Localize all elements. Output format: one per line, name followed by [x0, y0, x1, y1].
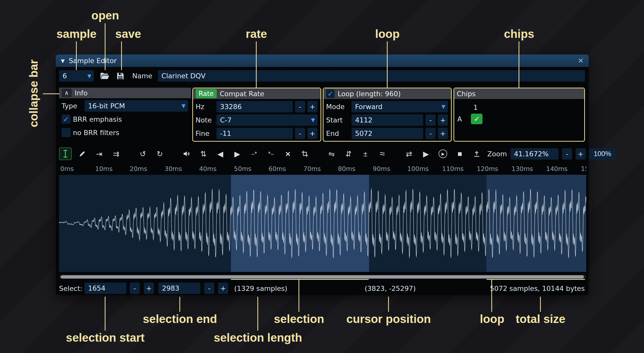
- normalize-icon: ⇅: [200, 149, 206, 158]
- loop-end-increase-button[interactable]: +: [438, 128, 448, 139]
- resample-icon: ⇉: [113, 149, 119, 158]
- loop-start-input[interactable]: 4112: [352, 114, 423, 126]
- stop-button[interactable]: ■: [453, 147, 466, 160]
- loop-enable-checkbox[interactable]: ✓: [326, 89, 335, 98]
- properties-section: ∧ Info Type 16-bit PCM ▼ ✓ BRR emphasis: [59, 88, 585, 142]
- fine-value: -11: [220, 130, 231, 137]
- undo-button[interactable]: ↺: [137, 147, 149, 160]
- waveform-scrollbar[interactable]: [59, 275, 586, 279]
- insert-silence-button[interactable]: –*: [248, 147, 260, 160]
- delete-x-icon: ×: [285, 149, 290, 159]
- fine-increase-button[interactable]: +: [307, 128, 317, 139]
- loop-end-label: End: [326, 130, 349, 137]
- annotation-line: [256, 41, 257, 88]
- loop-start-decrease-button[interactable]: -: [425, 114, 436, 126]
- sample-number: 6: [63, 72, 67, 80]
- mode-label: Mode: [326, 103, 349, 111]
- reverse-button[interactable]: ⇋: [325, 147, 338, 160]
- chevron-down-icon: ▼: [182, 103, 185, 109]
- draw-mode-button[interactable]: [76, 147, 89, 160]
- sample-selector[interactable]: 6 ▼: [59, 70, 94, 82]
- check-icon: ✓: [63, 115, 69, 123]
- sign-button[interactable]: ±: [359, 147, 372, 160]
- apply-silence-button[interactable]: *–: [265, 147, 277, 160]
- loop-mode-value: Forward: [355, 103, 383, 111]
- no-brr-filters-checkbox[interactable]: [62, 128, 71, 137]
- annotation-selection-underline: [231, 279, 369, 280]
- redo-icon: ↻: [156, 149, 163, 158]
- invert-button[interactable]: ⇵: [342, 147, 355, 160]
- filter-wave-icon: ≈: [380, 148, 385, 159]
- info-header-label: Info: [75, 89, 88, 97]
- waveform-canvas[interactable]: [59, 175, 586, 272]
- hz-decrease-button[interactable]: -: [295, 101, 305, 112]
- chip-enable-button[interactable]: ✓: [471, 114, 482, 124]
- resample-button[interactable]: ⇉: [110, 147, 122, 160]
- waveform-display[interactable]: [59, 175, 586, 272]
- trim-button[interactable]: [299, 147, 311, 160]
- loop-end-value: 5072: [355, 130, 372, 137]
- annotation-line: [179, 297, 180, 312]
- filter-button[interactable]: ≈: [376, 147, 389, 160]
- loop-start-increase-button[interactable]: +: [438, 114, 448, 126]
- titlebar[interactable]: ▼ Sample Editor ✕: [56, 55, 589, 67]
- import-button[interactable]: [470, 147, 483, 160]
- fade-in-icon: ◀: [217, 149, 223, 158]
- selection-end-input[interactable]: 2983: [158, 283, 200, 294]
- fine-input[interactable]: -11: [217, 128, 293, 139]
- resize-icon: ⇥: [96, 149, 102, 158]
- selection-start-decrease-button[interactable]: -: [130, 283, 140, 294]
- selection-end-decrease-button[interactable]: -: [204, 283, 214, 294]
- select-label: Select:: [59, 285, 82, 292]
- zoom-out-button[interactable]: -: [562, 148, 572, 160]
- annotation-save-label: save: [115, 28, 141, 40]
- close-icon[interactable]: ✕: [578, 57, 584, 65]
- zoom-label: Zoom: [487, 150, 507, 158]
- sample-editor-window: ▼ Sample Editor ✕ 6 ▼ Name: [56, 55, 589, 295]
- fine-decrease-button[interactable]: -: [295, 128, 305, 139]
- scrollbar-thumb[interactable]: [61, 275, 584, 279]
- hz-increase-button[interactable]: +: [307, 101, 317, 112]
- annotation-line: [388, 297, 389, 312]
- resize-button[interactable]: ⇥: [93, 147, 105, 160]
- brr-emphasis-checkbox[interactable]: ✓: [62, 115, 71, 124]
- window-collapse-triangle-icon[interactable]: ▼: [61, 58, 65, 64]
- preview-button[interactable]: ▶: [420, 147, 432, 160]
- fade-out-button[interactable]: ▶: [231, 147, 244, 160]
- chip-column-label: 1: [473, 104, 478, 111]
- crossfade-button[interactable]: ⇄: [403, 147, 415, 160]
- annotation-cursor-position-label: cursor position: [346, 313, 431, 325]
- preview-note-button[interactable]: ▶: [437, 147, 449, 160]
- zoom-input[interactable]: 41.1672%: [511, 148, 558, 160]
- selection-start-input[interactable]: 1654: [85, 283, 126, 294]
- collapse-bar-button[interactable]: ∧: [62, 89, 72, 97]
- name-value: Clarinet DQV: [162, 72, 206, 80]
- zoom-reset-button[interactable]: 100%: [589, 148, 616, 160]
- name-input[interactable]: Clarinet DQV: [158, 70, 585, 82]
- note-combo[interactable]: C-7 ▼: [217, 114, 317, 126]
- loop-start-value: 4112: [355, 116, 372, 124]
- select-mode-button[interactable]: [59, 147, 72, 160]
- loop-end-input[interactable]: 5072: [352, 128, 423, 139]
- amplify-button[interactable]: [180, 147, 193, 160]
- loop-end-decrease-button[interactable]: -: [425, 128, 436, 139]
- chips-header-label: Chips: [457, 90, 476, 98]
- crossfade-icon: ⇄: [406, 149, 412, 158]
- total-size-text: 5072 samples, 10144 bytes: [490, 285, 585, 292]
- status-bar: Select: 1654 - + 2983 - + (1329 samples)…: [59, 282, 585, 295]
- rate-header-label: Compat Rate: [220, 90, 264, 98]
- save-button[interactable]: [114, 70, 127, 82]
- ruler-tick-label: 110ms: [442, 165, 464, 172]
- open-button[interactable]: [98, 70, 111, 82]
- chevron-up-icon: ∧: [64, 89, 69, 96]
- selection-start-increase-button[interactable]: +: [144, 283, 154, 294]
- loop-mode-combo[interactable]: Forward ▼: [352, 101, 448, 112]
- delete-button[interactable]: ×: [282, 147, 294, 160]
- redo-button[interactable]: ↻: [153, 147, 166, 160]
- zoom-in-button[interactable]: +: [576, 148, 586, 160]
- sample-type-combo[interactable]: 16-bit PCM ▼: [85, 100, 188, 112]
- selection-end-increase-button[interactable]: +: [218, 283, 228, 294]
- hz-input[interactable]: 33286: [217, 101, 293, 112]
- normalize-button[interactable]: ⇅: [197, 147, 210, 160]
- fade-in-button[interactable]: ◀: [214, 147, 227, 160]
